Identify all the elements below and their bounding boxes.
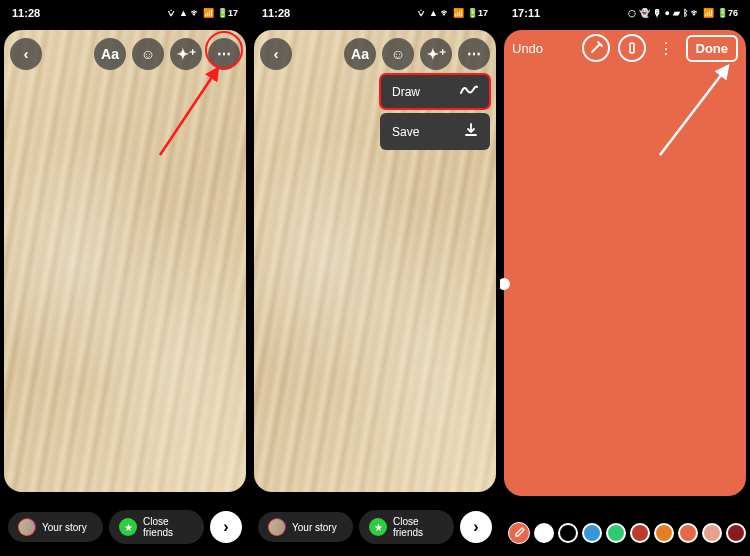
whatsapp-icon: ◌ — [628, 8, 636, 18]
status-bar: 11:28 ⩒ ▲ ᯤ 📶 🔋17 — [250, 0, 500, 26]
more-tools-button[interactable]: ⋮ — [654, 39, 678, 58]
draw-label: Draw — [392, 85, 420, 99]
story-avatar-icon — [18, 518, 36, 536]
drawing-toolbar: Undo ⋮ Done — [500, 34, 750, 62]
done-button[interactable]: Done — [686, 35, 739, 62]
marker-tool-button[interactable] — [618, 34, 646, 62]
chevron-left-icon: ‹ — [274, 46, 279, 62]
sticker-icon: ☺ — [141, 46, 155, 62]
more-options-button[interactable]: ⋯ — [458, 38, 490, 70]
color-swatch[interactable] — [726, 523, 746, 543]
screenshot-panel-2: 11:28 ⩒ ▲ ᯤ 📶 🔋17 ‹ Aa ☺ ✦⁺ ⋯ — [250, 0, 500, 556]
effects-tool-button[interactable]: ✦⁺ — [170, 38, 202, 70]
status-time: 17:11 — [512, 7, 540, 19]
wifi-icon: ᯤ — [441, 8, 450, 18]
screenshot-panel-1: 11:28 ⩒ ▲ ᯤ 📶 🔋17 ‹ Aa ☺ ✦⁺ ⋯ — [0, 0, 250, 556]
close-friends-button[interactable]: ★ Close friends — [359, 510, 454, 544]
wifi-icon: ▲ — [429, 8, 438, 18]
status-bar: 11:28 ⩒ ▲ ᯤ 📶 🔋17 — [0, 0, 250, 26]
drawing-canvas[interactable] — [504, 30, 746, 496]
color-swatch[interactable] — [582, 523, 602, 543]
send-to-button[interactable]: › — [210, 511, 242, 543]
editor-tools: Aa ☺ ✦⁺ ⋯ — [344, 38, 490, 70]
status-icons: ⩒ ▲ ᯤ 📶 🔋17 — [417, 8, 488, 18]
text-icon: Aa — [101, 46, 119, 62]
menu-item-save[interactable]: Save — [380, 113, 490, 150]
your-story-label: Your story — [292, 522, 337, 533]
menu-item-draw[interactable]: Draw — [380, 74, 490, 109]
story-share-bar: Your story ★ Close friends › — [0, 510, 250, 544]
story-photo-preview — [4, 30, 246, 492]
ellipsis-icon: ⋯ — [467, 46, 481, 62]
color-swatch[interactable] — [534, 523, 554, 543]
snapchat-icon: 👻 — [639, 8, 650, 18]
color-swatch[interactable] — [702, 523, 722, 543]
volte-icon: ⩒ — [167, 8, 176, 18]
discord-icon: ▰ — [673, 8, 680, 18]
back-button[interactable]: ‹ — [10, 38, 42, 70]
text-tool-button[interactable]: Aa — [344, 38, 376, 70]
story-avatar-icon — [268, 518, 286, 536]
pen-icon — [589, 41, 603, 55]
status-time: 11:28 — [12, 7, 40, 19]
close-friends-star-icon: ★ — [119, 518, 137, 536]
sparkle-icon: ✦⁺ — [177, 46, 196, 62]
volte-icon: ⩒ — [417, 8, 426, 18]
signal-icon: 📶 — [703, 8, 714, 18]
text-tool-button[interactable]: Aa — [94, 38, 126, 70]
sparkle-icon: ✦⁺ — [427, 46, 446, 62]
status-icons: ◌ 👻 🎙 ● ▰ ᛒ ᯤ 📶 🔋76 — [628, 8, 738, 18]
your-story-label: Your story — [42, 522, 87, 533]
screenshot-panel-3: 17:11 ◌ 👻 🎙 ● ▰ ᛒ ᯤ 📶 🔋76 Undo ⋮ Done — [500, 0, 750, 556]
chevron-left-icon: ‹ — [24, 46, 29, 62]
send-to-button[interactable]: › — [460, 511, 492, 543]
text-icon: Aa — [351, 46, 369, 62]
close-friends-label: Close friends — [143, 516, 194, 538]
color-swatch[interactable] — [654, 523, 674, 543]
pen-tool-button[interactable] — [582, 34, 610, 62]
battery-icon: 🔋76 — [717, 8, 738, 18]
close-friends-button[interactable]: ★ Close friends — [109, 510, 204, 544]
undo-button[interactable]: Undo — [512, 41, 543, 56]
sticker-icon: ☺ — [391, 46, 405, 62]
your-story-button[interactable]: Your story — [8, 512, 103, 542]
story-top-toolbar: ‹ Aa ☺ ✦⁺ ⋯ — [0, 34, 250, 74]
more-options-dropdown: Draw Save — [380, 74, 490, 154]
drawing-tools-group: ⋮ Done — [582, 34, 739, 62]
signal-icon: 📶 — [453, 8, 464, 18]
chevron-right-icon: › — [473, 518, 478, 536]
chevron-right-icon: › — [223, 518, 228, 536]
download-icon — [464, 123, 478, 140]
status-bar: 17:11 ◌ 👻 🎙 ● ▰ ᛒ ᯤ 📶 🔋76 — [500, 0, 750, 26]
wifi-icon: ᯤ — [191, 8, 200, 18]
mic-icon: 🎙 — [653, 8, 662, 18]
squiggle-icon — [460, 84, 478, 99]
color-swatch[interactable] — [678, 523, 698, 543]
color-palette — [500, 522, 750, 544]
dot-icon: ● — [665, 8, 670, 18]
color-swatch[interactable] — [606, 523, 626, 543]
color-swatch[interactable] — [630, 523, 650, 543]
signal-icon: 📶 — [203, 8, 214, 18]
effects-tool-button[interactable]: ✦⁺ — [420, 38, 452, 70]
battery-icon: 🔋17 — [217, 8, 238, 18]
more-options-button[interactable]: ⋯ — [208, 38, 240, 70]
eyedropper-button[interactable] — [508, 522, 530, 544]
svg-rect-1 — [630, 43, 634, 53]
your-story-button[interactable]: Your story — [258, 512, 353, 542]
color-swatch[interactable] — [558, 523, 578, 543]
battery-icon: 🔋17 — [467, 8, 488, 18]
save-label: Save — [392, 125, 419, 139]
sticker-tool-button[interactable]: ☺ — [132, 38, 164, 70]
sticker-tool-button[interactable]: ☺ — [382, 38, 414, 70]
status-icons: ⩒ ▲ ᯤ 📶 🔋17 — [167, 8, 238, 18]
close-friends-label: Close friends — [393, 516, 444, 538]
back-button[interactable]: ‹ — [260, 38, 292, 70]
wifi-icon: ᯤ — [691, 8, 700, 18]
kebab-icon: ⋮ — [658, 40, 674, 57]
close-friends-star-icon: ★ — [369, 518, 387, 536]
ellipsis-icon: ⋯ — [217, 46, 231, 62]
eyedropper-icon — [513, 527, 525, 539]
status-time: 11:28 — [262, 7, 290, 19]
story-share-bar: Your story ★ Close friends › — [250, 510, 500, 544]
